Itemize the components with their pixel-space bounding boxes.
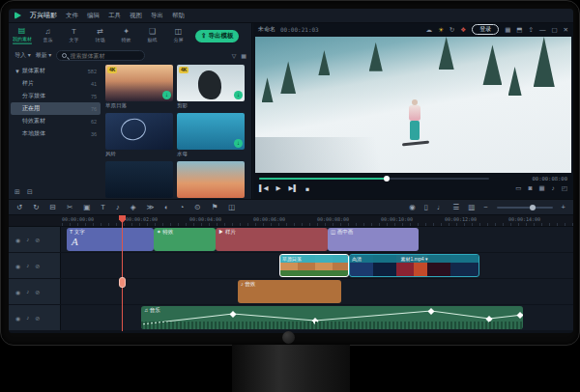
import-dropdown[interactable]: 导入 ▾ — [14, 51, 31, 60]
login-button[interactable]: 登录 — [472, 24, 499, 35]
crop-icon[interactable]: ▣ — [83, 203, 90, 211]
export-template-button[interactable]: ⇪ 导出模板 — [195, 30, 239, 42]
marker-icon[interactable]: ⚑ — [212, 203, 218, 211]
tab-transition[interactable]: ⇄ 转场 — [87, 28, 113, 43]
text-tool-icon[interactable]: T — [101, 203, 105, 211]
tab-text[interactable]: T 文字 — [61, 28, 87, 43]
share-icon[interactable]: ⇪ — [528, 26, 533, 34]
next-frame-button[interactable]: ▶▌ — [289, 184, 299, 192]
split-icon[interactable]: ✂ — [67, 203, 72, 211]
color-icon[interactable]: ◐ — [164, 203, 169, 211]
clip-effect[interactable]: ✦ 特效 — [154, 228, 216, 251]
freeze-frame-icon[interactable]: ◔ — [180, 203, 185, 211]
visibility-icon[interactable]: ◉ — [15, 237, 20, 243]
keyframe-diamond[interactable] — [517, 312, 524, 319]
tree-item-local[interactable]: 本地媒体 36 — [9, 127, 102, 140]
device-icon[interactable]: ▯ — [424, 203, 428, 211]
playhead-grip[interactable] — [119, 277, 126, 288]
tree-item-samples[interactable]: 样片 41 — [9, 77, 102, 90]
delete-icon[interactable]: ⊟ — [50, 203, 56, 211]
track-lane[interactable]: 草原日落 素材1.mp4 ▾ 高清 — [61, 253, 573, 278]
close-button[interactable]: ✕ — [564, 26, 568, 34]
clip-pip[interactable]: ◫ 画中画 — [328, 228, 419, 251]
tab-splitscreen[interactable]: ◫ 分屏 — [165, 28, 191, 43]
tree-item-shared[interactable]: 分享媒体 75 — [9, 90, 102, 102]
filter-funnel-icon[interactable]: ▽ — [232, 52, 237, 59]
menu-tools[interactable]: 工具 — [108, 12, 121, 20]
tab-music[interactable]: ♫ 音乐 — [35, 28, 61, 43]
track-lane[interactable]: ♪ 音效 — [61, 279, 573, 304]
grid-icon[interactable]: ▦ — [538, 184, 544, 192]
mute-icon[interactable]: ♪ — [26, 263, 29, 268]
tab-effects[interactable]: ✦ 特效 — [113, 28, 139, 43]
layout-icon[interactable]: ▦ — [505, 26, 510, 34]
play-button[interactable]: ▶ — [276, 184, 281, 192]
seek-bar[interactable] — [259, 178, 489, 180]
lock-icon[interactable]: ⊘ — [35, 289, 40, 295]
tree-root-media[interactable]: ▼ 媒体素材 582 — [9, 65, 102, 77]
zoom-slider-handle[interactable] — [530, 205, 536, 210]
tab-my-media[interactable]: ▤ 我的素材 — [9, 27, 35, 44]
mute-icon[interactable]: ♪ — [26, 289, 29, 294]
minimize-button[interactable]: — — [539, 26, 546, 33]
previous-frame-button[interactable]: ▌◀ — [259, 184, 269, 192]
media-item-silhouette[interactable]: 4K ↓ 剪影 — [177, 65, 245, 109]
track-lane[interactable]: T 文字 A ✦ 特效 ▶ 样片 ◫ — [61, 227, 573, 252]
clip-sample[interactable]: ▶ 样片 — [216, 228, 328, 251]
timeline-zoom-slider[interactable] — [497, 207, 553, 209]
mixer-icon[interactable]: ☰ — [452, 203, 459, 211]
download-icon[interactable]: ↓ — [234, 139, 243, 148]
visibility-icon[interactable]: ◉ — [15, 315, 20, 322]
volume-icon[interactable]: ♪ — [552, 184, 555, 192]
menu-help[interactable]: 帮助 — [172, 12, 185, 20]
detach-audio-icon[interactable]: ♪ — [116, 203, 120, 211]
keyframe-diamond[interactable] — [230, 311, 237, 318]
media-search[interactable] — [56, 50, 145, 61]
download-icon[interactable]: ↓ — [162, 91, 171, 99]
record-icon[interactable]: ◉ — [409, 203, 416, 211]
mute-icon[interactable]: ♪ — [26, 237, 29, 242]
keyframe-icon[interactable]: ◈ — [130, 203, 136, 211]
media-item-jellyfish[interactable]: ↓ 水母 — [177, 113, 245, 157]
search-input[interactable] — [70, 53, 137, 59]
delete-folder-icon[interactable]: ⊟ — [27, 188, 33, 196]
menu-edit[interactable]: 编辑 — [87, 12, 100, 20]
clip-music[interactable]: ♫ 音乐 — [141, 306, 523, 329]
lock-icon[interactable]: ⊘ — [35, 315, 40, 322]
chroma-key-icon[interactable]: ⊙ — [194, 203, 200, 211]
sort-dropdown[interactable]: 最新 ▾ — [36, 51, 52, 60]
download-icon[interactable]: ↓ — [234, 91, 243, 99]
menu-view[interactable]: 视图 — [130, 12, 142, 20]
preview-video-canvas[interactable] — [255, 37, 571, 173]
snapshot-icon[interactable]: ◫ — [228, 203, 235, 211]
dual-screen-icon[interactable]: ⬒ — [516, 26, 522, 34]
playhead[interactable] — [122, 215, 123, 331]
tree-item-in-use[interactable]: 正在用 76 — [11, 102, 101, 115]
timeline-ruler[interactable]: 00:00:00:00 00:00:02:00 00:00:04:00 00:0… — [9, 215, 573, 227]
media-item-meteor[interactable]: 流星 — [105, 161, 173, 199]
idea-icon[interactable]: ☀ — [438, 26, 444, 34]
clip-overlay-video[interactable]: 素材1.mp4 ▾ 高清 — [349, 254, 479, 277]
clip-video-selected[interactable]: 草原日落 — [279, 254, 349, 277]
keyframe-diamond[interactable] — [428, 308, 435, 315]
clip-sound-effect[interactable]: ♪ 音效 — [238, 280, 341, 303]
keyframe-diamond[interactable] — [486, 316, 493, 322]
speed-icon[interactable]: ≫ — [146, 203, 154, 211]
gift-icon[interactable]: ❖ — [460, 26, 466, 34]
grid-view-icon[interactable]: ▦ — [241, 52, 246, 59]
tab-stickers[interactable]: ❏ 贴纸 — [139, 28, 165, 43]
tree-item-effects-media[interactable]: 特效素材 62 — [9, 115, 102, 127]
track-lane[interactable]: ♫ 音乐 — [61, 305, 573, 330]
zoom-in-icon[interactable]: + — [562, 203, 566, 211]
mute-icon[interactable]: ♪ — [26, 315, 29, 321]
sync-icon[interactable]: ↻ — [450, 26, 454, 34]
seek-handle[interactable] — [384, 176, 390, 182]
clip-text[interactable]: T 文字 A — [67, 228, 154, 251]
media-item-sunset-field[interactable]: 4K ↓ 草原日落 — [105, 65, 173, 109]
menu-export[interactable]: 导出 — [151, 12, 163, 20]
zoom-out-icon[interactable]: − — [483, 203, 487, 211]
maximize-button[interactable]: ▢ — [551, 26, 557, 34]
mic-icon[interactable]: ♩ — [437, 203, 445, 211]
visibility-icon[interactable]: ◉ — [15, 289, 20, 295]
visibility-icon[interactable]: ◉ — [15, 263, 20, 269]
